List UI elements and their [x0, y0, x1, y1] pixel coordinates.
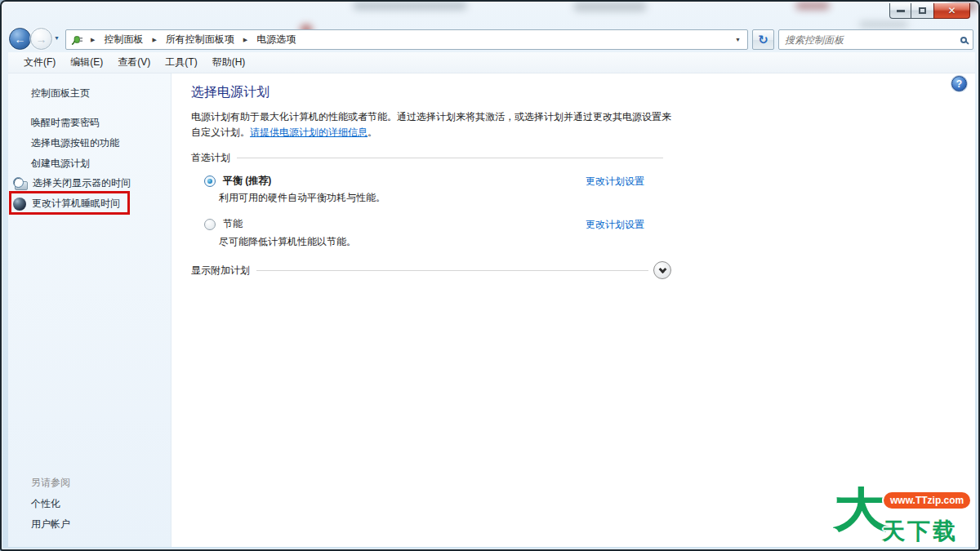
- page-title: 选择电源计划: [191, 84, 270, 101]
- glass-blur-smudge: [353, 2, 467, 10]
- page-description: 电源计划有助于最大化计算机的性能或者节能。通过选择计划来将其激活，或选择计划并通…: [191, 109, 671, 140]
- plan-power-saver-row: 节能: [204, 217, 243, 231]
- maximize-icon: [919, 7, 926, 14]
- address-bar[interactable]: ▶ 控制面板 ▶ 所有控制面板项 ▶ 电源选项 ▼: [65, 29, 748, 50]
- sidebar-item-user-accounts[interactable]: 用户帐户: [31, 518, 70, 531]
- help-button[interactable]: ?: [951, 76, 967, 91]
- plan-balanced-row: 平衡 (推荐): [204, 174, 271, 188]
- close-icon: ✕: [947, 5, 956, 16]
- recent-pages-dropdown[interactable]: ▼: [54, 35, 60, 41]
- menu-edit[interactable]: 编辑(E): [63, 53, 110, 72]
- forward-button[interactable]: →: [30, 28, 52, 50]
- refresh-button[interactable]: ↻: [752, 29, 774, 50]
- description-period: 。: [368, 127, 377, 138]
- search-box: [778, 29, 973, 50]
- menu-bar: 文件(F) 编辑(E) 查看(V) 工具(T) 帮助(H): [8, 52, 975, 73]
- breadcrumb-control-panel[interactable]: 控制面板: [102, 33, 145, 47]
- minimize-icon: [897, 10, 905, 12]
- preferred-plans-group: 首选计划: [191, 151, 663, 165]
- window-controls: ✕: [889, 3, 970, 19]
- change-plan-settings-link-power-saver[interactable]: 更改计划设置: [586, 218, 644, 232]
- change-plan-settings-link-balanced[interactable]: 更改计划设置: [586, 175, 644, 189]
- refresh-icon: ↻: [758, 33, 768, 47]
- sidebar-item-power-button-function[interactable]: 选择电源按钮的功能: [31, 136, 119, 150]
- menu-help[interactable]: 帮助(H): [205, 53, 253, 72]
- sidebar-item-create-power-plan[interactable]: 创建电源计划: [31, 157, 90, 171]
- address-dropdown-icon[interactable]: ▼: [735, 37, 742, 42]
- content-area: 控制面板主页 唤醒时需要密码 选择电源按钮的功能 创建电源计划 选择关闭显示器的…: [8, 73, 975, 547]
- see-also-header: 另请参阅: [31, 476, 70, 490]
- show-additional-plans-row: 显示附加计划: [191, 261, 671, 279]
- plan-description: 利用可用的硬件自动平衡功耗与性能。: [219, 191, 385, 205]
- glass-blur-smudge: [795, 2, 830, 10]
- power-options-window: ✕ ← → ▼ ▶ 控制面板 ▶ 所有控制面板项 ▶ 电源选项 ▼ ↻: [0, 0, 980, 551]
- sidebar-item-label: 更改计算机睡眠时间: [32, 197, 120, 211]
- plan-details-link[interactable]: 请提供电源计划的详细信息: [250, 127, 368, 138]
- search-icon: [960, 37, 967, 43]
- back-button[interactable]: ←: [9, 28, 31, 50]
- breadcrumb-all-items[interactable]: 所有控制面板项: [164, 33, 236, 47]
- close-button[interactable]: ✕: [933, 3, 970, 19]
- glass-blur-smudge: [859, 21, 908, 28]
- show-additional-label: 显示附加计划: [191, 264, 256, 278]
- sidebar: 控制面板主页 唤醒时需要密码 选择电源按钮的功能 创建电源计划 选择关闭显示器的…: [8, 73, 172, 547]
- menu-tools[interactable]: 工具(T): [158, 53, 204, 72]
- group-header: 首选计划: [191, 151, 237, 165]
- sleep-moon-icon: [13, 198, 26, 211]
- sidebar-item-display-off-time[interactable]: 选择关闭显示器的时间: [13, 176, 131, 190]
- expand-additional-plans-button[interactable]: [653, 261, 671, 279]
- sidebar-item-control-panel-home[interactable]: 控制面板主页: [31, 87, 90, 100]
- menu-view[interactable]: 查看(V): [110, 53, 158, 72]
- chevron-down-icon: [658, 265, 666, 273]
- breadcrumb-separator-icon: ▶: [88, 37, 97, 43]
- breadcrumb-separator-icon: ▶: [241, 37, 250, 43]
- plan-name: 平衡 (推荐): [223, 174, 271, 188]
- sidebar-item-password-on-wake[interactable]: 唤醒时需要密码: [31, 116, 100, 130]
- sidebar-item-label: 选择关闭显示器的时间: [33, 176, 131, 190]
- sidebar-item-personalization[interactable]: 个性化: [31, 497, 60, 511]
- glass-blur-smudge: [573, 2, 647, 11]
- group-divider: [237, 158, 663, 158]
- back-arrow-icon: ←: [15, 33, 26, 46]
- plan-description: 尽可能降低计算机性能以节能。: [219, 235, 356, 249]
- help-icon: ?: [956, 78, 962, 90]
- search-input[interactable]: [785, 34, 957, 46]
- radio-power-saver[interactable]: [204, 219, 216, 230]
- window-frame: ✕ ← → ▼ ▶ 控制面板 ▶ 所有控制面板项 ▶ 电源选项 ▼ ↻: [0, 0, 980, 551]
- radio-balanced[interactable]: [204, 176, 216, 187]
- display-clock-icon: [13, 177, 27, 190]
- breadcrumb-separator-icon: ▶: [149, 37, 158, 43]
- plan-name: 节能: [223, 217, 243, 231]
- sidebar-item-change-sleep-time[interactable]: 更改计算机睡眠时间: [13, 197, 120, 211]
- minimize-button[interactable]: [889, 3, 911, 19]
- power-plug-icon: [71, 33, 83, 46]
- breadcrumb-power-options[interactable]: 电源选项: [255, 33, 297, 47]
- menu-file[interactable]: 文件(F): [16, 53, 63, 72]
- forward-arrow-icon: →: [36, 33, 47, 46]
- maximize-button[interactable]: [911, 3, 933, 19]
- additional-divider: [256, 270, 648, 271]
